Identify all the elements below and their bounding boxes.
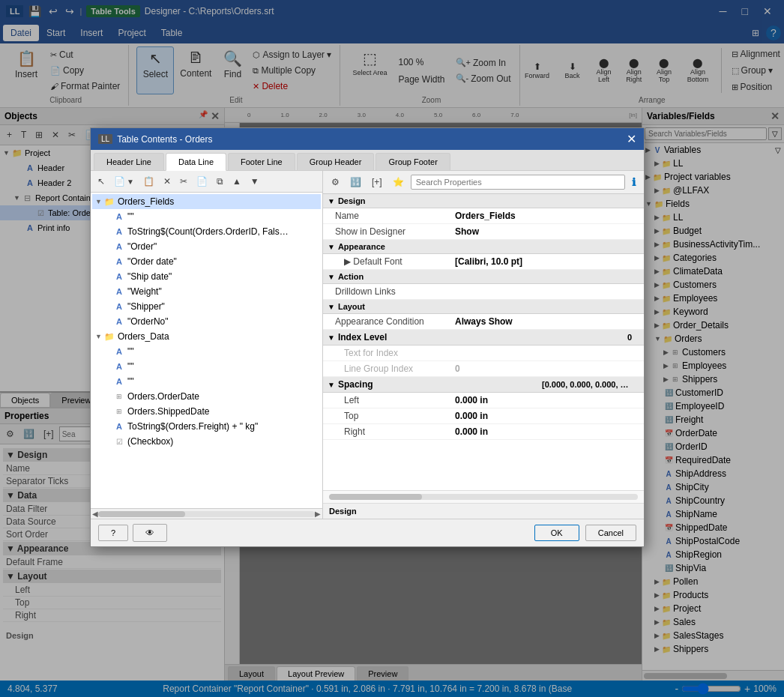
mprops-section-spacing[interactable]: ▼ Spacing [0.000, 0.000, 0.000, 0.... — [323, 377, 644, 393]
mprops-show-label: Show in Designer — [335, 226, 455, 237]
modal-footer-left: ? 👁 — [98, 524, 167, 542]
mprops-top-label: Top — [335, 411, 455, 421]
modal-data-checkbox[interactable]: ☑ (Checkbox) — [92, 434, 321, 449]
modal-item-order[interactable]: A "Order" — [92, 239, 321, 254]
mprops-right-label: Right — [335, 426, 455, 437]
modal-props-search-input[interactable] — [411, 175, 625, 190]
mprops-btn-1[interactable]: ⚙ — [328, 175, 343, 190]
modal-close-button[interactable]: ✕ — [627, 132, 636, 146]
mprops-info-button[interactable]: ℹ — [628, 174, 639, 190]
mprops-star-button[interactable]: ⭐ — [389, 175, 408, 190]
item-a-icon-5: A — [113, 271, 125, 283]
mprops-name-value: Orders_Fields — [455, 211, 632, 221]
scrollbar-thumb[interactable] — [98, 511, 185, 517]
mprops-btn-3[interactable]: [+] — [368, 175, 386, 190]
modal-item-tostring[interactable]: A ToString$(Count(Orders.OrderID, False)… — [92, 224, 321, 239]
modal-tree-toolbar: ↖ 📄▼ 📋 ✕ ✂ 📄 ⧉ ▲ ▼ — [91, 171, 322, 193]
data-a-icon-2: A — [113, 360, 125, 372]
modal-paste-button[interactable]: 📋 — [139, 174, 158, 189]
data-a-icon-3: A — [113, 375, 125, 387]
item-a-icon-2: A — [113, 226, 125, 238]
mprops-name-label: Name — [335, 211, 455, 221]
modal-data-shippeddate[interactable]: ⊞ Orders.ShippedDate — [92, 404, 321, 419]
modal-left-panel: ↖ 📄▼ 📋 ✕ ✂ 📄 ⧉ ▲ ▼ ▼ 📁 Orders_Fields — [91, 171, 323, 519]
mprops-row-name: Name Orders_Fields — [323, 208, 644, 224]
modal-delete-button[interactable]: ✕ — [160, 174, 175, 189]
modal-item-orderdate[interactable]: A "Order date" — [92, 254, 321, 269]
design-section-arrow: ▼ — [328, 197, 335, 205]
orders-fields-arrow[interactable]: ▼ — [95, 198, 102, 205]
modal-item-shipper[interactable]: A "Shipper" — [92, 299, 321, 314]
modal-data-empty2[interactable]: A "" — [92, 359, 321, 374]
data-empty2-label: "" — [127, 361, 134, 372]
modal-down-button[interactable]: ▼ — [247, 174, 263, 189]
modal-up-button[interactable]: ▲ — [229, 174, 245, 189]
modal-props-toolbar: ⚙ 🔢 [+] ⭐ ℹ — [323, 171, 644, 194]
mprops-section-layout[interactable]: ▼ Layout — [323, 300, 644, 314]
indexlevel-value: 0 — [627, 333, 632, 342]
modal-data-orderdate[interactable]: ⊞ Orders.OrderDate — [92, 389, 321, 404]
data-empty3-label: "" — [127, 376, 134, 387]
data-db-icon-1: ⊞ — [113, 390, 125, 402]
modal-cursor-button[interactable]: ↖ — [94, 174, 109, 189]
data-db-icon-2: ⊞ — [113, 405, 125, 417]
mprops-left-label: Left — [335, 395, 455, 405]
modal-tree-orders-data[interactable]: ▼ 📁 Orders_Data — [92, 329, 321, 344]
modal-data-empty1[interactable]: A "" — [92, 344, 321, 359]
mprops-linegroupindex-value: 0 — [455, 363, 632, 374]
modal-preview-button[interactable]: 👁 — [133, 524, 167, 542]
props-scrollbar-thumb[interactable] — [329, 494, 422, 500]
mprops-row-textforindex: Text for Index — [323, 346, 644, 361]
modal-data-freight[interactable]: A ToString$(Orders.Freight) + " kg" — [92, 419, 321, 434]
tab-group-footer[interactable]: Group Footer — [376, 153, 450, 170]
tab-group-header[interactable]: Group Header — [297, 153, 375, 170]
table-contents-modal: LL Table Contents - Orders ✕ Header Line… — [90, 127, 645, 547]
scroll-left-button[interactable]: ◀ — [92, 510, 98, 518]
item-shipdate-label: "Ship date" — [127, 271, 172, 282]
modal-item-weight[interactable]: A "Weight" — [92, 284, 321, 299]
modal-tree-scrollbar[interactable]: ◀ ▶ — [91, 508, 322, 519]
mprops-row-left: Left 0.000 in — [323, 393, 644, 408]
modal-add-button[interactable]: 📄▼ — [110, 174, 138, 189]
item-a-icon-4: A — [113, 256, 125, 268]
data-a-icon-1: A — [113, 346, 125, 357]
spacing-value: [0.000, 0.000, 0.000, 0.... — [542, 380, 632, 389]
item-tostring-label: ToString$(Count(Orders.OrderID, False)) … — [127, 226, 292, 237]
tab-data-line[interactable]: Data Line — [166, 153, 226, 171]
scrollbar-track — [98, 511, 315, 517]
mprops-section-appearance[interactable]: ▼ Appearance — [323, 240, 644, 254]
item-shipper-label: "Shipper" — [127, 301, 165, 312]
modal-cut-button[interactable]: ✂ — [176, 174, 191, 189]
tab-header-line[interactable]: Header Line — [94, 153, 164, 170]
modal-item-shipdate[interactable]: A "Ship date" — [92, 269, 321, 284]
modal-data-empty3[interactable]: A "" — [92, 374, 321, 389]
modal-help-button[interactable]: ? — [98, 525, 128, 541]
modal-item-empty1[interactable]: A "" — [92, 209, 321, 224]
mprops-right-value: 0.000 in — [455, 426, 632, 437]
orders-fields-folder-icon: 📁 — [103, 196, 115, 208]
modal-ok-button[interactable]: OK — [534, 525, 579, 541]
modal-right-panel: ⚙ 🔢 [+] ⭐ ℹ ▼ Design Name Orders_Field — [323, 171, 644, 519]
mprops-section-design[interactable]: ▼ Design — [323, 194, 644, 208]
item-weight-label: "Weight" — [127, 286, 162, 297]
modal-tree-orders-fields[interactable]: ▼ 📁 Orders_Fields — [92, 194, 321, 209]
orders-data-arrow[interactable]: ▼ — [95, 333, 102, 340]
item-a-icon-3: A — [113, 241, 125, 253]
modal-copy-button[interactable]: 📄 — [193, 174, 211, 189]
mprops-drilldown-value — [455, 286, 632, 297]
mprops-section-action[interactable]: ▼ Action — [323, 270, 644, 284]
scroll-right-button[interactable]: ▶ — [315, 510, 321, 518]
action-section-arrow: ▼ — [328, 273, 335, 281]
item-order-label: "Order" — [127, 241, 157, 252]
modal-cancel-button[interactable]: Cancel — [585, 525, 636, 541]
item-a-icon-1: A — [113, 211, 125, 223]
mprops-drilldown-label: Drilldown Links — [335, 286, 455, 297]
modal-icon: LL — [98, 134, 112, 144]
modal-item-orderno[interactable]: A "OrderNo" — [92, 314, 321, 329]
mprops-btn-2[interactable]: 🔢 — [346, 175, 365, 190]
tab-footer-line[interactable]: Footer Line — [228, 153, 295, 170]
mprops-section-indexlevel[interactable]: ▼ Index Level 0 — [323, 330, 644, 346]
modal-clone-button[interactable]: ⧉ — [213, 174, 227, 189]
mprops-row-top: Top 0.000 in — [323, 408, 644, 424]
modal-tab-row: Header Line Data Line Footer Line Group … — [91, 150, 644, 171]
